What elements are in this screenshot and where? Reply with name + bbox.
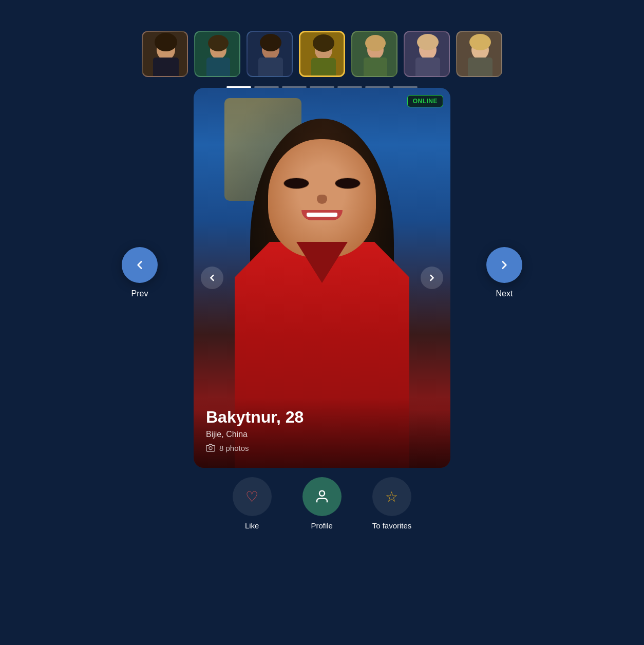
profile-thumb-4[interactable] — [299, 31, 345, 77]
heart-icon: ♡ — [245, 488, 258, 505]
svg-rect-3 — [153, 58, 179, 77]
svg-point-18 — [365, 35, 386, 51]
prev-label: Prev — [131, 289, 148, 298]
thumbnail-strip — [142, 31, 502, 77]
photos-count: 8 photos — [219, 444, 249, 452]
favorites-circle: ☆ — [372, 477, 411, 516]
svg-rect-11 — [258, 58, 283, 77]
svg-point-10 — [260, 34, 281, 51]
profile-name: Bakytnur, 28 — [206, 408, 438, 427]
profile-button[interactable]: Profile — [287, 477, 357, 530]
profile-location: Bijie, China — [206, 430, 438, 439]
svg-rect-19 — [364, 58, 387, 77]
next-label: Next — [496, 289, 513, 298]
like-circle: ♡ — [233, 477, 272, 516]
online-badge: ONLINE — [407, 95, 443, 107]
svg-point-29 — [319, 491, 325, 496]
profile-label: Profile — [311, 521, 333, 530]
svg-point-22 — [417, 34, 439, 50]
camera-icon — [206, 443, 215, 452]
profile-thumb-3[interactable] — [247, 31, 293, 77]
profile-thumb-5[interactable] — [351, 31, 397, 77]
next-button[interactable] — [486, 247, 522, 283]
svg-point-2 — [155, 33, 177, 51]
profile-person-icon — [314, 489, 330, 504]
profile-thumb-2[interactable] — [194, 31, 240, 77]
svg-point-26 — [469, 34, 491, 50]
prev-photo-button[interactable] — [201, 267, 223, 289]
star-icon: ☆ — [385, 488, 398, 505]
card-navigation-wrapper: Prev ONLINE — [111, 88, 533, 468]
svg-point-14 — [313, 34, 334, 52]
like-label: Like — [245, 521, 259, 530]
favorites-button[interactable]: ☆ To favorites — [357, 477, 427, 530]
favorites-label: To favorites — [372, 521, 412, 530]
action-bar: ♡ Like Profile ☆ To favorites — [217, 477, 427, 530]
profile-thumb-1[interactable] — [142, 31, 188, 77]
svg-rect-27 — [468, 58, 493, 77]
main-photo-card: ONLINE Bakytnur, 28 Bijie, China 8 photo… — [194, 88, 450, 468]
svg-rect-7 — [206, 58, 230, 77]
svg-rect-15 — [311, 58, 336, 77]
next-nav: Next — [486, 247, 522, 298]
profile-circle — [302, 477, 342, 516]
svg-point-28 — [209, 447, 212, 450]
next-photo-button[interactable] — [421, 267, 443, 289]
profile-thumb-6[interactable] — [404, 31, 450, 77]
like-button[interactable]: ♡ Like — [217, 477, 287, 530]
prev-button[interactable] — [122, 247, 158, 283]
card-info: Bakytnur, 28 Bijie, China 8 photos — [194, 397, 450, 468]
prev-nav: Prev — [122, 247, 158, 298]
svg-rect-23 — [415, 58, 440, 77]
svg-point-6 — [208, 35, 229, 51]
profile-photos: 8 photos — [206, 443, 438, 452]
profile-thumb-7[interactable] — [456, 31, 502, 77]
